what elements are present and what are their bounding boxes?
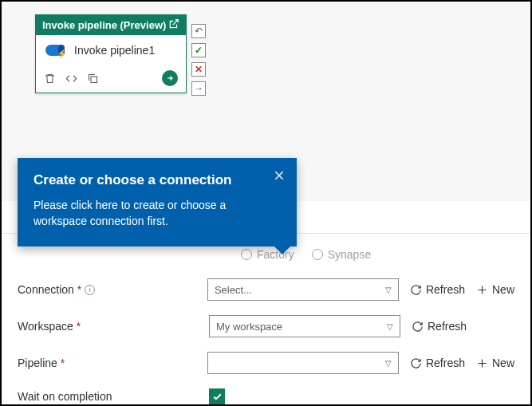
canvas-status-icons: ↶ ✓ ✕ → xyxy=(191,24,206,96)
undo-icon[interactable]: ↶ xyxy=(191,24,206,38)
required-marker: * xyxy=(61,357,65,369)
radio-icon xyxy=(241,249,252,260)
pipeline-label: Pipeline * xyxy=(18,357,207,369)
run-icon[interactable] xyxy=(162,70,178,86)
connection-tooltip: Create or choose a connection Please cli… xyxy=(18,158,297,246)
skip-icon[interactable]: → xyxy=(191,81,206,96)
row-pipeline: Pipeline * ▽ Refresh New xyxy=(18,352,514,374)
activity-toolbar xyxy=(36,65,186,93)
required-marker: * xyxy=(77,320,81,333)
activity-type-label: Invoke pipeline (Preview) xyxy=(42,19,166,31)
info-icon[interactable]: i xyxy=(85,285,95,295)
activity-body: ⚡ Invoke pipeline1 xyxy=(36,35,186,65)
delete-icon[interactable] xyxy=(44,73,56,85)
row-wait: Wait on completion xyxy=(18,388,514,404)
workspace-select[interactable]: My workspace ▽ xyxy=(209,315,400,337)
error-icon[interactable]: ✕ xyxy=(191,62,206,77)
radio-label: Synapse xyxy=(328,248,371,261)
refresh-button[interactable]: Refresh xyxy=(410,283,465,296)
tooltip-body: Please click here to create or choose a … xyxy=(33,198,281,229)
settings-panel: Factory Synapse Connection * i Select...… xyxy=(2,233,530,404)
new-button[interactable]: New xyxy=(476,357,514,369)
workspace-label: Workspace * xyxy=(18,320,209,333)
svg-rect-0 xyxy=(91,77,97,83)
connection-label: Connection * i xyxy=(18,283,207,296)
open-external-icon[interactable] xyxy=(168,18,179,32)
radio-icon xyxy=(312,249,323,260)
chevron-down-icon: ▽ xyxy=(385,286,392,294)
pipeline-select[interactable]: ▽ xyxy=(207,352,399,374)
wait-label: Wait on completion xyxy=(18,390,209,403)
pipeline-icon: ⚡ xyxy=(45,43,66,57)
select-value: My workspace xyxy=(216,321,282,333)
radio-synapse[interactable]: Synapse xyxy=(312,248,371,261)
success-icon[interactable]: ✓ xyxy=(191,43,206,57)
required-marker: * xyxy=(77,283,81,296)
refresh-button[interactable]: Refresh xyxy=(412,320,467,333)
connection-select[interactable]: Select... ▽ xyxy=(207,278,399,301)
wait-checkbox[interactable] xyxy=(209,388,225,404)
code-icon[interactable] xyxy=(65,73,77,85)
activity-header: Invoke pipeline (Preview) xyxy=(36,15,186,35)
refresh-button[interactable]: Refresh xyxy=(410,357,465,369)
chevron-down-icon: ▽ xyxy=(387,322,393,331)
new-button[interactable]: New xyxy=(476,283,514,296)
tooltip-title: Create or choose a connection xyxy=(33,172,281,188)
activity-card[interactable]: Invoke pipeline (Preview) ⚡ Invoke pipel… xyxy=(35,14,187,93)
copy-icon[interactable] xyxy=(87,73,99,85)
chevron-down-icon: ▽ xyxy=(385,359,392,368)
row-workspace: Workspace * My workspace ▽ Refresh xyxy=(18,315,514,337)
activity-name: Invoke pipeline1 xyxy=(74,44,155,57)
close-icon[interactable] xyxy=(273,169,286,185)
row-connection: Connection * i Select... ▽ Refresh New xyxy=(18,278,514,301)
select-value: Select... xyxy=(215,284,252,296)
